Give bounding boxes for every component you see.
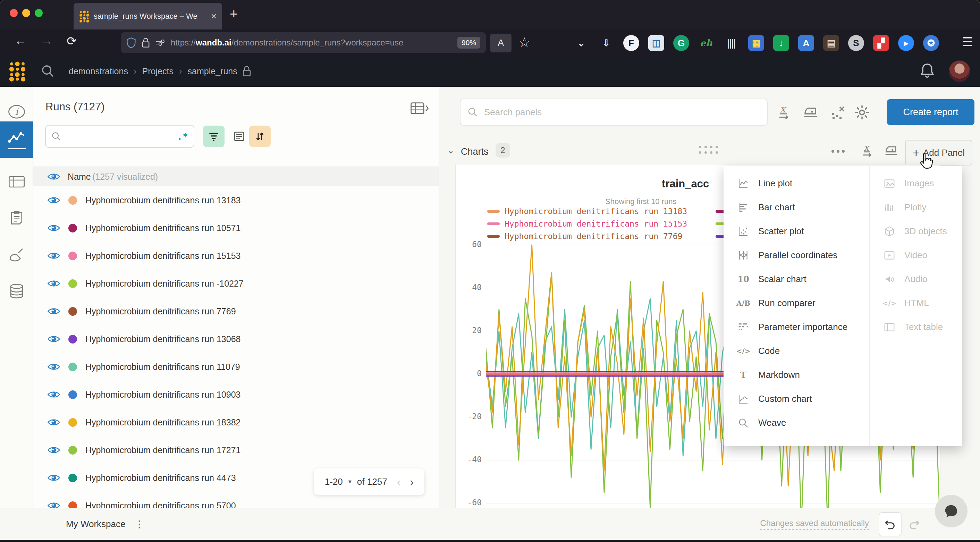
search-icon[interactable] — [41, 64, 55, 78]
table-row[interactable]: Hyphomicrobium denitrificans run -10227 — [33, 270, 439, 297]
url-bar[interactable]: https://wandb.ai/demonstrations/sample_r… — [121, 32, 486, 53]
x-axis-settings-icon[interactable]: x — [861, 143, 877, 158]
browser-tab[interactable]: sample_runs Workspace – Weig × — [73, 3, 222, 30]
table-row[interactable]: Hyphomicrobium denitrificans run 17271 — [33, 436, 439, 464]
eye-icon[interactable] — [48, 196, 60, 205]
shield-icon[interactable] — [126, 37, 136, 48]
eye-icon[interactable] — [48, 390, 60, 399]
table-row[interactable]: Hyphomicrobium denitrificans run 13068 — [33, 325, 439, 353]
table-row[interactable]: Hyphomicrobium denitrificans run 11079 — [33, 353, 439, 381]
new-tab-button[interactable]: + — [230, 6, 238, 22]
eye-icon[interactable] — [48, 224, 60, 232]
run-name[interactable]: Hyphomicrobium denitrificans run 11079 — [85, 362, 240, 372]
close-window-button[interactable] — [10, 9, 18, 17]
permissions-icon[interactable] — [156, 38, 165, 47]
run-name[interactable]: Hyphomicrobium denitrificans run 13068 — [85, 334, 240, 344]
eh-icon[interactable]: eh — [698, 35, 714, 51]
legend-item[interactable]: Hyphomicrobium denitrificans run 13183 — [487, 207, 687, 216]
runs-table-header[interactable]: Name (1257 visualized) — [33, 167, 439, 186]
run-name[interactable]: Hyphomicrobium denitrificans run 10571 — [85, 223, 240, 233]
legend-item[interactable]: Hyphomicrobium denitrificans run 7769 — [487, 232, 682, 241]
expand-table-icon[interactable] — [410, 101, 429, 115]
undo-button[interactable] — [879, 512, 902, 536]
lock-icon[interactable] — [142, 38, 150, 48]
run-name[interactable]: Hyphomicrobium denitrificans run 18382 — [85, 417, 240, 428]
run-name[interactable]: Hyphomicrobium denitrificans run 15153 — [85, 251, 240, 261]
run-name[interactable]: Hyphomicrobium denitrificans run 4473 — [85, 473, 236, 483]
chat-bubble-button[interactable] — [935, 495, 967, 528]
translate-ext-icon[interactable]: A — [798, 35, 814, 51]
eye-icon[interactable] — [48, 473, 60, 482]
table-row[interactable]: Hyphomicrobium denitrificans run 10903 — [33, 381, 439, 408]
sidebar-item-sweeps[interactable] — [0, 239, 33, 271]
calculator-icon[interactable]: ▦ — [748, 35, 764, 51]
run-name[interactable]: Hyphomicrobium denitrificans run 7769 — [85, 307, 236, 316]
forward-button[interactable]: → — [41, 34, 53, 48]
run-name[interactable]: Hyphomicrobium denitrificans run 10903 — [85, 390, 240, 400]
eye-icon[interactable] — [48, 172, 60, 181]
group-button[interactable] — [228, 126, 250, 147]
legend-item[interactable]: Hyphomicrobium denitrificans run 15153 — [487, 219, 687, 228]
eye-icon[interactable] — [48, 362, 60, 371]
translate-icon[interactable]: A — [490, 33, 512, 52]
sidebar-item-table[interactable] — [0, 166, 33, 198]
smoothing-iron-icon[interactable] — [884, 143, 899, 158]
download-icon[interactable]: ⇩ — [598, 35, 614, 51]
split-view-icon[interactable]: ◫ — [648, 35, 664, 51]
eye-icon[interactable] — [48, 279, 60, 288]
zoom-level-badge[interactable]: 90% — [457, 37, 480, 49]
regex-toggle-icon[interactable]: .* — [177, 131, 188, 142]
privacy-lock-icon[interactable]: ✪ — [923, 35, 939, 51]
smoothing-iron-icon[interactable] — [803, 104, 820, 121]
panels-search-input[interactable] — [484, 106, 760, 118]
filter-button[interactable] — [203, 126, 224, 147]
table-row[interactable]: Hyphomicrobium denitrificans run 15153 — [33, 242, 439, 270]
breadcrumb-item-sample_runs[interactable]: sample_runs — [188, 66, 237, 76]
sidebar-item-artifacts[interactable] — [0, 275, 33, 307]
breadcrumb-item-demonstrations[interactable]: demonstrations — [69, 66, 128, 76]
bookmark-star-icon[interactable]: ☆ — [519, 35, 530, 50]
run-name[interactable]: Hyphomicrobium denitrificans run 13183 — [85, 196, 240, 205]
back-button[interactable]: ← — [14, 34, 26, 48]
table-row[interactable]: Hyphomicrobium denitrificans run 10571 — [33, 214, 439, 242]
page-size-caret-icon[interactable]: ▾ — [348, 478, 352, 485]
eye-icon[interactable] — [48, 418, 60, 427]
eye-icon[interactable] — [48, 445, 60, 455]
wandb-logo[interactable] — [7, 60, 28, 82]
runs-search-input[interactable] — [65, 131, 173, 141]
run-name[interactable]: Hyphomicrobium denitrificans run 17271 — [85, 445, 240, 455]
section-drag-handle[interactable] — [699, 146, 718, 154]
maximize-window-button[interactable] — [35, 9, 43, 17]
workspace-label[interactable]: My Workspace — [66, 519, 125, 529]
eye-icon[interactable] — [48, 307, 60, 316]
next-page-button[interactable]: › — [410, 475, 414, 489]
gear-icon[interactable] — [854, 104, 870, 121]
eye-icon[interactable] — [48, 251, 60, 260]
hamburger-menu-icon[interactable]: ☰ — [962, 35, 973, 49]
create-report-button[interactable]: Create report — [887, 99, 974, 125]
avatar[interactable] — [949, 60, 970, 82]
table-row[interactable]: Hyphomicrobium denitrificans run 7769 — [33, 297, 439, 325]
grammarly-icon[interactable]: G — [673, 35, 689, 51]
table-row[interactable]: Hyphomicrobium denitrificans run 18382 — [33, 408, 439, 436]
prev-page-button[interactable]: ‹ — [397, 475, 401, 489]
section-more-options-icon[interactable] — [832, 150, 845, 153]
s-circle-icon[interactable]: S — [848, 35, 864, 51]
sidebar-item-logs[interactable] — [0, 202, 33, 234]
page-range[interactable]: 1-20 — [325, 477, 343, 487]
outliers-icon[interactable] — [829, 104, 846, 121]
table-row[interactable]: Hyphomicrobium denitrificans run 13183 — [33, 186, 439, 214]
section-chevron-icon[interactable]: ⌄ — [447, 145, 455, 156]
add-panel-button[interactable]: +Add Panel — [905, 140, 972, 165]
sidebar-item-charts[interactable] — [0, 121, 33, 158]
eye-icon[interactable] — [48, 334, 60, 343]
minimize-window-button[interactable] — [22, 9, 30, 17]
panels-search-bar[interactable] — [460, 99, 768, 126]
sort-button[interactable] — [249, 126, 271, 147]
piano-icon[interactable]: ▤ — [823, 35, 839, 51]
breadcrumb-item-Projects[interactable]: Projects — [142, 66, 173, 76]
video-call-icon[interactable]: ▸ — [898, 35, 914, 51]
x-axis-settings-icon[interactable]: x — [777, 104, 794, 121]
run-name[interactable]: Hyphomicrobium denitrificans run -10227 — [85, 279, 243, 289]
workspace-menu-icon[interactable]: ⋮ — [134, 518, 144, 530]
